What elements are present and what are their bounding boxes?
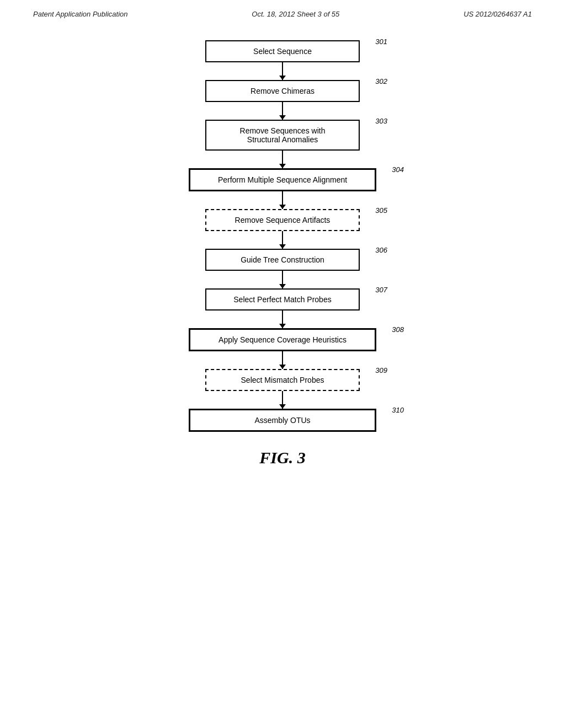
flow-step-309: Select Mismatch Probes309	[205, 369, 360, 391]
arrow-308-to-309	[282, 351, 283, 369]
flow-step-305: Remove Sequence Artifacts305	[205, 209, 360, 231]
step-label-306: 306	[375, 246, 387, 254]
figure-label: FIG. 3	[259, 448, 305, 467]
arrow-303-to-304	[282, 151, 283, 168]
header-right: US 2012/0264637 A1	[463, 10, 532, 18]
header-middle: Oct. 18, 2012 Sheet 3 of 55	[252, 10, 339, 18]
arrow-301-to-302	[282, 62, 283, 80]
step-label-309: 309	[375, 366, 387, 374]
step-box-309: Select Mismatch Probes	[205, 369, 360, 391]
step-box-301: Select Sequence	[205, 40, 360, 62]
flow-step-304: Perform Multiple Sequence Alignment304	[189, 168, 376, 191]
step-box-302: Remove Chimeras	[205, 80, 360, 102]
step-label-302: 302	[375, 77, 387, 85]
arrow-302-to-303	[282, 102, 283, 120]
flow-step-310: Assembly OTUs310	[189, 409, 376, 432]
step-label-303: 303	[375, 117, 387, 125]
flow-step-306: Guide Tree Construction306	[205, 249, 360, 271]
arrow-305-to-306	[282, 231, 283, 249]
flow-step-307: Select Perfect Match Probes307	[205, 288, 360, 311]
arrow-304-to-305	[282, 191, 283, 209]
step-box-306: Guide Tree Construction	[205, 249, 360, 271]
diagram-container: Select Sequence301Remove Chimeras302Remo…	[0, 24, 565, 467]
step-box-307: Select Perfect Match Probes	[205, 288, 360, 311]
step-label-304: 304	[392, 165, 404, 174]
step-box-310: Assembly OTUs	[189, 409, 376, 432]
flow-step-302: Remove Chimeras302	[205, 80, 360, 102]
arrow-309-to-310	[282, 391, 283, 409]
flow-step-301: Select Sequence301	[205, 40, 360, 62]
step-label-307: 307	[375, 286, 387, 294]
arrow-306-to-307	[282, 271, 283, 288]
step-box-304: Perform Multiple Sequence Alignment	[189, 168, 376, 191]
page-header: Patent Application Publication Oct. 18, …	[0, 0, 565, 24]
step-label-301: 301	[375, 38, 387, 46]
step-label-305: 305	[375, 206, 387, 215]
step-box-308: Apply Sequence Coverage Heuristics	[189, 328, 376, 351]
step-box-305: Remove Sequence Artifacts	[205, 209, 360, 231]
arrow-307-to-308	[282, 311, 283, 328]
step-box-303: Remove Sequences with Structural Anomali…	[205, 120, 360, 151]
flow-step-303: Remove Sequences with Structural Anomali…	[205, 120, 360, 151]
step-label-308: 308	[392, 325, 404, 334]
header-left: Patent Application Publication	[33, 10, 128, 18]
step-label-310: 310	[392, 406, 404, 414]
flow-step-308: Apply Sequence Coverage Heuristics308	[189, 328, 376, 351]
